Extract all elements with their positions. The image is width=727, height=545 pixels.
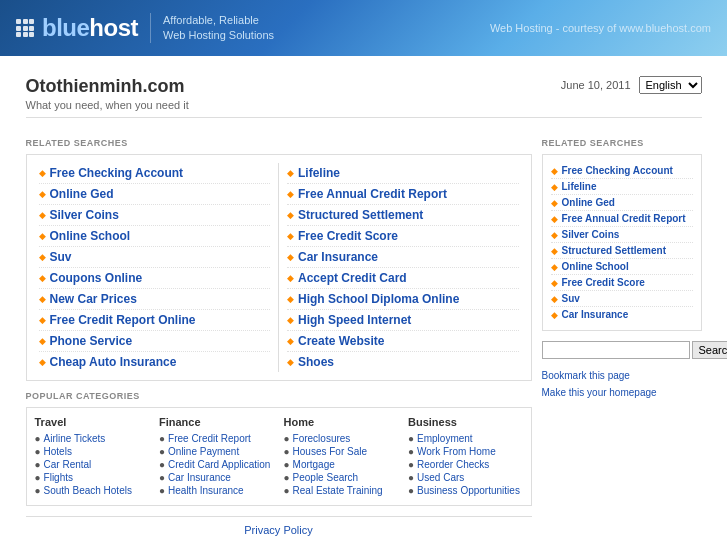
category-link-item: ●Flights bbox=[35, 471, 150, 484]
search-link-item: ◆Car Insurance bbox=[287, 247, 519, 268]
category-link[interactable]: Hotels bbox=[44, 446, 72, 457]
category-col: Travel●Airline Tickets●Hotels●Car Rental… bbox=[35, 416, 150, 497]
diamond-icon: ◆ bbox=[39, 210, 46, 220]
category-link[interactable]: Used Cars bbox=[417, 472, 464, 483]
diamond-icon: ◆ bbox=[287, 294, 294, 304]
right-search-link[interactable]: Suv bbox=[562, 293, 580, 304]
category-link-item: ●Work From Home bbox=[408, 445, 523, 458]
right-search-item: ◆Structured Settlement bbox=[551, 243, 693, 259]
category-link[interactable]: Foreclosures bbox=[293, 433, 351, 444]
right-search-link[interactable]: Free Credit Score bbox=[562, 277, 645, 288]
search-link[interactable]: Shoes bbox=[298, 355, 334, 369]
diamond-icon: ◆ bbox=[39, 315, 46, 325]
category-link-item: ●South Beach Hotels bbox=[35, 484, 150, 497]
bullet-icon: ● bbox=[159, 485, 165, 496]
category-link[interactable]: Mortgage bbox=[293, 459, 335, 470]
homepage-link[interactable]: Make this your homepage bbox=[542, 387, 657, 398]
search-link[interactable]: High Speed Internet bbox=[298, 313, 411, 327]
category-header: Finance bbox=[159, 416, 274, 428]
right-search-link[interactable]: Free Checking Account bbox=[562, 165, 673, 176]
diamond-icon: ◆ bbox=[287, 189, 294, 199]
search-link[interactable]: Suv bbox=[50, 250, 72, 264]
diamond-icon: ◆ bbox=[287, 336, 294, 346]
category-link[interactable]: Online Payment bbox=[168, 446, 239, 457]
bullet-icon: ● bbox=[408, 485, 414, 496]
language-select[interactable]: English bbox=[639, 76, 702, 94]
right-search-link[interactable]: Car Insurance bbox=[562, 309, 629, 320]
diamond-icon: ◆ bbox=[39, 231, 46, 241]
category-link[interactable]: Houses For Sale bbox=[293, 446, 367, 457]
right-search-link[interactable]: Silver Coins bbox=[562, 229, 620, 240]
category-link-item: ●Employment bbox=[408, 432, 523, 445]
search-link[interactable]: Free Annual Credit Report bbox=[298, 187, 447, 201]
category-link[interactable]: Car Rental bbox=[44, 459, 92, 470]
category-link[interactable]: People Search bbox=[293, 472, 359, 483]
category-link[interactable]: Flights bbox=[44, 472, 73, 483]
category-link[interactable]: Business Opportunities bbox=[417, 485, 520, 496]
search-link[interactable]: Create Website bbox=[298, 334, 384, 348]
category-link[interactable]: Work From Home bbox=[417, 446, 496, 457]
search-link-item: ◆Accept Credit Card bbox=[287, 268, 519, 289]
search-link[interactable]: Free Credit Score bbox=[298, 229, 398, 243]
search-link[interactable]: Free Checking Account bbox=[50, 166, 184, 180]
search-link[interactable]: Online School bbox=[50, 229, 131, 243]
search-link-item: ◆Free Credit Score bbox=[287, 226, 519, 247]
diamond-icon: ◆ bbox=[39, 294, 46, 304]
category-link-item: ●Health Insurance bbox=[159, 484, 274, 497]
search-link[interactable]: High School Diploma Online bbox=[298, 292, 459, 306]
search-link[interactable]: Online Ged bbox=[50, 187, 114, 201]
category-link-item: ●Airline Tickets bbox=[35, 432, 150, 445]
category-link[interactable]: Reorder Checks bbox=[417, 459, 489, 470]
search-link-item: ◆Coupons Online bbox=[39, 268, 271, 289]
category-link-item: ●Business Opportunities bbox=[408, 484, 523, 497]
right-search-item: ◆Online School bbox=[551, 259, 693, 275]
search-link[interactable]: Silver Coins bbox=[50, 208, 119, 222]
site-title: Otothienminh.com bbox=[26, 76, 189, 97]
right-searches-container: ◆Free Checking Account◆Lifeline◆Online G… bbox=[542, 154, 702, 331]
category-link[interactable]: Health Insurance bbox=[168, 485, 244, 496]
bullet-icon: ● bbox=[159, 472, 165, 483]
category-header: Business bbox=[408, 416, 523, 428]
popular-categories-label: POPULAR CATEGORIES bbox=[26, 391, 532, 401]
category-link[interactable]: Car Insurance bbox=[168, 472, 231, 483]
category-link[interactable]: Free Credit Report bbox=[168, 433, 251, 444]
bullet-icon: ● bbox=[408, 433, 414, 444]
bullet-icon: ● bbox=[35, 485, 41, 496]
search-link[interactable]: New Car Prices bbox=[50, 292, 137, 306]
right-search-link[interactable]: Free Annual Credit Report bbox=[562, 213, 686, 224]
site-subtitle: What you need, when you need it bbox=[26, 99, 189, 111]
right-search-link[interactable]: Structured Settlement bbox=[562, 245, 666, 256]
search-link[interactable]: Coupons Online bbox=[50, 271, 143, 285]
right-search-link[interactable]: Lifeline bbox=[562, 181, 597, 192]
bullet-icon: ● bbox=[284, 472, 290, 483]
search-link[interactable]: Lifeline bbox=[298, 166, 340, 180]
category-link[interactable]: Real Estate Training bbox=[293, 485, 383, 496]
category-link[interactable]: Credit Card Application bbox=[168, 459, 270, 470]
category-link[interactable]: South Beach Hotels bbox=[44, 485, 132, 496]
diamond-icon: ◆ bbox=[551, 198, 558, 208]
bookmark-link[interactable]: Bookmark this page bbox=[542, 370, 630, 381]
right-search-link[interactable]: Online Ged bbox=[562, 197, 615, 208]
popular-categories: Travel●Airline Tickets●Hotels●Car Rental… bbox=[26, 407, 532, 506]
privacy-policy-link[interactable]: Privacy Policy bbox=[244, 524, 312, 536]
diamond-icon: ◆ bbox=[39, 189, 46, 199]
category-link-item: ●Foreclosures bbox=[284, 432, 399, 445]
search-link[interactable]: Car Insurance bbox=[298, 250, 378, 264]
content-area: RELATED SEARCHES ◆Free Checking Account◆… bbox=[26, 128, 702, 543]
bullet-icon: ● bbox=[284, 459, 290, 470]
diamond-icon: ◆ bbox=[287, 357, 294, 367]
diamond-icon: ◆ bbox=[39, 273, 46, 283]
category-link[interactable]: Airline Tickets bbox=[44, 433, 106, 444]
search-button[interactable]: Search bbox=[692, 341, 728, 359]
bullet-icon: ● bbox=[284, 433, 290, 444]
search-link[interactable]: Cheap Auto Insurance bbox=[50, 355, 177, 369]
search-input[interactable] bbox=[542, 341, 690, 359]
category-link[interactable]: Employment bbox=[417, 433, 473, 444]
search-link[interactable]: Free Credit Report Online bbox=[50, 313, 196, 327]
search-link[interactable]: Accept Credit Card bbox=[298, 271, 407, 285]
right-search-item: ◆Car Insurance bbox=[551, 307, 693, 322]
diamond-icon: ◆ bbox=[39, 357, 46, 367]
search-link[interactable]: Structured Settlement bbox=[298, 208, 423, 222]
right-search-link[interactable]: Online School bbox=[562, 261, 629, 272]
search-link[interactable]: Phone Service bbox=[50, 334, 133, 348]
